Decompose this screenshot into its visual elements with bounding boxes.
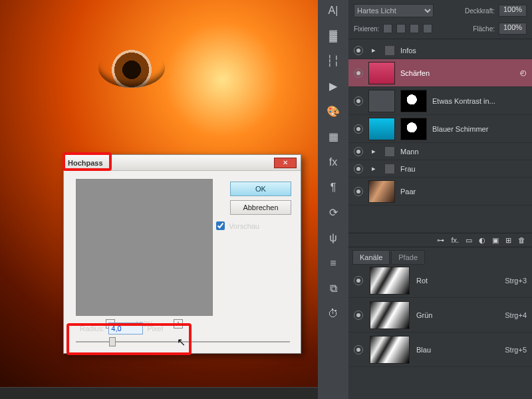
lock-pixels-icon[interactable] [396, 24, 406, 33]
channel-thumbnail[interactable] [370, 267, 410, 295]
layer-name[interactable]: Blauer Schimmer [432, 125, 527, 133]
collapsed-panel-strip[interactable]: A| ▓ ┆╎ ▶ 🎨 ▦ fx ¶ ⟳ ψ ≡ ⧉ ⏱ [318, 0, 348, 399]
channel-thumbnail[interactable] [370, 301, 410, 329]
new-group-icon[interactable]: ▣ [492, 236, 499, 245]
properties-panel-icon[interactable]: ≡ [327, 257, 340, 270]
visibility-icon[interactable] [354, 164, 363, 174]
clone-source-panel-icon[interactable]: ψ [327, 231, 340, 245]
channel-row[interactable]: Grün Strg+4 [348, 298, 532, 332]
channel-row[interactable]: Rot Strg+3 [348, 263, 532, 298]
channel-name: Grün [416, 311, 498, 319]
fill-label: Fläche: [473, 25, 495, 33]
folder-icon [384, 146, 395, 157]
lock-transparency-icon[interactable] [383, 24, 392, 33]
opacity-value[interactable]: 100% [499, 5, 527, 17]
folder-icon [384, 164, 395, 174]
channel-name: Blau [416, 346, 498, 354]
document-status-bar [0, 387, 318, 399]
disclosure-triangle-icon[interactable]: ▸ [368, 46, 379, 55]
tab-channels[interactable]: Kanäle [352, 250, 390, 265]
new-layer-icon[interactable]: ⊞ [505, 236, 511, 245]
preview-checkbox-label: Vorschau [229, 222, 259, 230]
layers-panel: Hartes Licht Deckkraft: 100% Fixieren: F… [348, 0, 532, 205]
annotation-highlight [66, 323, 192, 355]
layer-group[interactable]: ▸ Infos [348, 42, 532, 59]
new-adjustment-icon[interactable]: ◐ [479, 236, 485, 245]
layer-row-selected[interactable]: Schärfen ◴ [348, 59, 532, 87]
visibility-icon[interactable] [354, 276, 363, 285]
visibility-icon[interactable] [354, 311, 363, 320]
disclosure-triangle-icon[interactable]: ▸ [368, 147, 379, 156]
layer-mask-thumbnail[interactable] [400, 90, 427, 112]
lock-label: Fixieren: [354, 25, 379, 33]
visibility-icon[interactable] [354, 46, 363, 55]
channel-shortcut: Strg+5 [505, 346, 527, 354]
channel-name: Rot [416, 277, 498, 285]
disclosure-triangle-icon[interactable]: ▸ [368, 164, 379, 173]
ok-button[interactable]: OK [230, 182, 291, 196]
paragraph-styles-panel-icon[interactable]: ¶ [327, 181, 340, 194]
filter-preview[interactable] [76, 179, 213, 316]
fill-value[interactable]: 100% [499, 23, 527, 35]
timeline-panel-icon[interactable]: ⏱ [327, 307, 340, 321]
layer-list[interactable]: ▸ Infos Schärfen ◴ Etwas Kontrast in... [348, 39, 532, 205]
cancel-button[interactable]: Abbrechen [230, 200, 291, 215]
channels-list[interactable]: Rot Strg+3 Grün Strg+4 Blau Strg+5 [348, 263, 532, 367]
visibility-icon[interactable] [354, 68, 363, 78]
adjustments-panel-icon[interactable]: ┆╎ [327, 55, 340, 68]
folder-icon [384, 45, 395, 56]
layer-thumbnail[interactable] [368, 62, 395, 84]
layer-name[interactable]: Schärfen [400, 69, 515, 77]
layer-mask-thumbnail[interactable] [400, 118, 427, 140]
preview-checkbox[interactable]: Vorschau [216, 221, 259, 230]
visibility-icon[interactable] [354, 147, 363, 156]
channel-shortcut: Strg+4 [505, 311, 527, 319]
layer-effects-icon[interactable]: fx. [451, 236, 459, 244]
add-mask-icon[interactable]: ▭ [466, 236, 472, 245]
color-panel-icon[interactable]: ▦ [327, 130, 340, 144]
layer-name[interactable]: Mann [400, 148, 527, 156]
right-panel-area: A| ▓ ┆╎ ▶ 🎨 ▦ fx ¶ ⟳ ψ ≡ ⧉ ⏱ Hartes Lich… [318, 0, 532, 399]
layer-group[interactable]: ▸ Mann [348, 143, 532, 160]
adjustment-icon[interactable] [368, 90, 395, 112]
history-panel-icon[interactable]: ⟳ [327, 206, 340, 219]
channel-row[interactable]: Blau Strg+5 [348, 332, 532, 367]
annotation-highlight [63, 152, 112, 171]
layer-row[interactable]: Etwas Kontrast in... [348, 87, 532, 115]
lock-all-icon[interactable] [423, 24, 432, 33]
layer-name[interactable]: Infos [400, 47, 527, 55]
preview-checkbox-input[interactable] [216, 221, 225, 230]
layer-name[interactable]: Frau [400, 165, 527, 173]
close-icon[interactable]: ✕ [274, 158, 297, 168]
layer-row[interactable]: Blauer Schimmer [348, 115, 532, 143]
visibility-icon[interactable] [354, 124, 363, 134]
visibility-icon[interactable] [354, 96, 363, 106]
layer-row[interactable]: Paar [348, 178, 532, 205]
tab-paths[interactable]: Pfade [391, 250, 425, 265]
layer-name[interactable]: Paar [400, 188, 527, 196]
paragraph-panel-icon[interactable]: ▓ [327, 29, 340, 43]
channel-shortcut: Strg+3 [505, 277, 527, 285]
lock-position-icon[interactable] [410, 24, 419, 33]
visibility-icon[interactable] [354, 187, 363, 196]
visibility-icon[interactable] [354, 345, 363, 354]
opacity-label: Deckkraft: [465, 7, 495, 15]
actions-panel-icon[interactable]: ▶ [327, 80, 340, 93]
channel-thumbnail[interactable] [370, 336, 410, 364]
layers-panel-icon[interactable]: ⧉ [327, 282, 340, 295]
delete-layer-icon[interactable]: 🗑 [518, 236, 525, 244]
layer-name[interactable]: Etwas Kontrast in... [432, 97, 527, 105]
character-panel-icon[interactable]: A| [327, 4, 340, 17]
styles-panel-icon[interactable]: fx [327, 156, 340, 169]
fill-layer-thumbnail[interactable] [368, 118, 395, 140]
swatches-panel-icon[interactable]: 🎨 [327, 105, 340, 118]
blend-mode-select[interactable]: Hartes Licht [354, 4, 434, 17]
smart-filter-icon[interactable]: ◴ [520, 68, 527, 77]
layer-group[interactable]: ▸ Frau [348, 160, 532, 178]
layer-thumbnail[interactable] [368, 180, 395, 203]
layers-panel-footer: ⊶ fx. ▭ ◐ ▣ ⊞ 🗑 [348, 233, 532, 247]
link-layers-icon[interactable]: ⊶ [437, 236, 444, 245]
